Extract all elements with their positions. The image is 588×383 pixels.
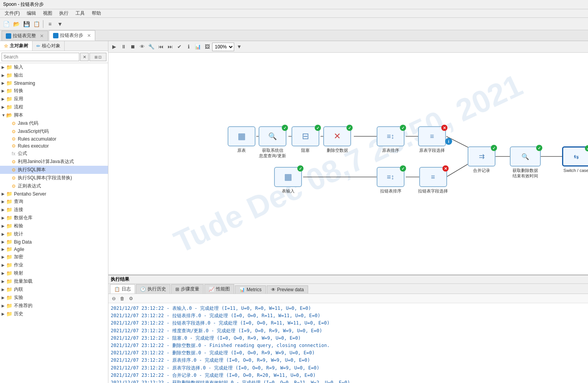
node-select-original-fields[interactable]: ✕ ≡ 原表字段选择	[418, 126, 446, 153]
tab-core-objects[interactable]: ✏ 核心对象	[33, 41, 65, 51]
menu-run[interactable]: 执行	[56, 9, 72, 17]
tree-item-check[interactable]: ▶ 📁 检验	[0, 222, 108, 230]
tree-label: 检验	[14, 223, 23, 229]
tree-item-formula[interactable]: fx 公式	[0, 149, 108, 158]
tree-label: 转换	[14, 88, 23, 94]
tab-step-chain[interactable]: 拉链表分步 ✕	[49, 30, 95, 41]
tree-item-regex[interactable]: ⚙ 正则表达式	[0, 182, 108, 190]
search-options-button[interactable]: ⊞ ⊡	[89, 53, 106, 61]
tree-item-transform[interactable]: ▶ 📁 转换	[0, 87, 108, 95]
tab-full-chain[interactable]: 拉链表完整 ✕	[2, 31, 48, 41]
analyze-button[interactable]: 📊	[194, 43, 202, 51]
tree-item-experiment[interactable]: ▶ 📁 实验	[0, 294, 108, 302]
left-panel: ☆ 主对象树 ✏ 核心对象 ✕ ⊞ ⊡ ▶ 📁 输入 ▶ 📁 输出	[0, 41, 108, 383]
node-select-chain-fields[interactable]: ✕ ≡ 拉链表字段选择	[418, 167, 448, 194]
node-fetch-system-info[interactable]: ✓ 🔍 获取系统信息度查询/更新	[259, 126, 286, 159]
tab-perf-chart[interactable]: 📈 性能图	[204, 284, 234, 294]
tab-step-metrics[interactable]: ⊞ 步骤度量	[171, 284, 204, 294]
tree-item-stats[interactable]: ▶ 📁 统计	[0, 230, 108, 238]
open-button[interactable]: 📂	[12, 19, 21, 29]
node-block[interactable]: ✓ ⊟ 阻塞	[291, 126, 319, 153]
tree-item-query[interactable]: ▶ 📁 查询	[0, 198, 108, 206]
tree-item-dw[interactable]: ▶ 📁 数据仓库	[0, 214, 108, 222]
tree-item-script[interactable]: ▼ 📂 脚本	[0, 111, 108, 119]
dropdown-button[interactable]: ▼	[55, 19, 65, 29]
replay-button[interactable]: ⏮	[156, 43, 165, 51]
layers-button[interactable]: ≡	[45, 19, 55, 29]
tree-item-java-code[interactable]: ⚙ Java 代码	[0, 119, 108, 127]
save-button[interactable]: 💾	[22, 19, 31, 29]
debug-button[interactable]: 🔧	[147, 43, 156, 51]
search-input[interactable]	[2, 53, 79, 61]
tree-label: 正则表达式	[18, 183, 41, 189]
node-merge-records[interactable]: ✓ ⇉ 合并记录	[468, 146, 495, 173]
tab-main-objects[interactable]: ☆ 主对象树	[0, 41, 33, 51]
step-button[interactable]: ⏭	[166, 43, 174, 51]
tree-item-exec-sql[interactable]: ⚙ 执行SQL脚本	[0, 166, 108, 174]
tree-item-app[interactable]: ▶ 📁 应用	[0, 95, 108, 103]
check-button[interactable]: ✔	[175, 43, 183, 51]
tab-preview[interactable]: 👁 Preview data	[267, 285, 308, 294]
tree-item-connect[interactable]: ▶ 📁 连接	[0, 206, 108, 214]
node-switch-case[interactable]: ✓ ⇆ Switch / case	[562, 146, 588, 173]
menu-view[interactable]: 视图	[40, 9, 55, 17]
chart-icon: 📈	[209, 287, 214, 292]
tree-item-flow[interactable]: ▶ 📁 流程	[0, 103, 108, 111]
tree-item-mapping[interactable]: ▶ 📁 映射	[0, 269, 108, 277]
tree-item-deprecated[interactable]: ▶ 📁 不推荐的	[0, 302, 108, 310]
tree-item-js-code[interactable]: ⚙ JavaScript代码	[0, 127, 108, 136]
menu-help[interactable]: 帮助	[89, 9, 104, 17]
zoom-dropdown-button[interactable]: ▼	[235, 43, 243, 51]
clear-log-button[interactable]: 🗑	[118, 295, 126, 302]
node-sort-chain[interactable]: ✓ ≡↕ 拉链表排序	[377, 167, 405, 194]
tree-item-batch[interactable]: ▶ 📁 批量加载	[0, 277, 108, 285]
tree-item-rules-exec[interactable]: ⚙ Rules executor	[0, 143, 108, 149]
node-table-input[interactable]: ✓ ▦ 表输入	[274, 167, 302, 194]
zoom-select[interactable]: 100% 75% 50% 150%	[212, 43, 234, 51]
tab-metrics[interactable]: 📊 Metrics	[235, 285, 266, 294]
tree-item-job[interactable]: ▶ 📁 作业	[0, 261, 108, 269]
badge-green: ✓	[400, 165, 406, 172]
pause-log-button[interactable]: ⊖	[110, 295, 118, 302]
tree-item-streaming[interactable]: ▶ 📁 Streaming	[0, 79, 108, 87]
canvas[interactable]: Tude Dec 08,7 23:50, 2021	[108, 53, 588, 275]
node-box: ✓ ⊟	[291, 126, 319, 146]
canvas-toolbar: ▶ ⏸ ⏹ 👁 🔧 ⏮ ⏭ ✔ ℹ 📊 🖼 100% 75% 50% 150% …	[108, 41, 588, 53]
menu-tools[interactable]: 工具	[72, 9, 88, 17]
stop-button[interactable]: ⏹	[129, 43, 137, 51]
tab-full-chain-close[interactable]: ✕	[40, 33, 44, 39]
tree-item-rules-acc[interactable]: ⚙ Rules accumulator	[0, 136, 108, 143]
node-box: ✕ ≡	[418, 126, 446, 146]
node-delete-empty[interactable]: ✓ ✕ 删除空数据	[323, 126, 351, 153]
tab-core-objects-label: 核心对象	[42, 43, 60, 49]
tree-item-bigdata[interactable]: ▶ 📁 Big Data	[0, 238, 108, 246]
settings-log-button[interactable]: ⚙	[127, 295, 135, 302]
save-img-button[interactable]: 🖼	[203, 43, 211, 51]
tree-item-pentaho[interactable]: ▶ 📁 Pentaho Server	[0, 190, 108, 198]
tree-label: Pentaho Server	[14, 191, 46, 197]
pause-button[interactable]: ⏸	[119, 43, 128, 51]
node-original-table[interactable]: ▦ 原表	[228, 126, 255, 153]
tree-item-encrypt[interactable]: ▶ 📁 加密	[0, 253, 108, 261]
node-sort-original[interactable]: ✓ ≡↕ 原表排序	[377, 126, 405, 153]
tree-item-history[interactable]: ▶ 📁 历史	[0, 310, 108, 318]
saveas-button[interactable]: 📋	[32, 19, 41, 29]
menu-file[interactable]: 文件(F)	[2, 9, 23, 17]
tree-item-agile[interactable]: ▶ 📁 Agile	[0, 246, 108, 253]
tab-step-chain-close[interactable]: ✕	[87, 33, 91, 38]
tab-log[interactable]: 📋 日志	[110, 284, 135, 294]
file-icon: ⚙	[11, 129, 16, 134]
info-button[interactable]: ℹ	[184, 43, 193, 51]
run-button[interactable]: ▶	[110, 43, 118, 51]
menu-edit[interactable]: 编辑	[24, 9, 39, 17]
new-button[interactable]: 📄	[2, 19, 11, 29]
tree-item-input[interactable]: ▶ 📁 输入	[0, 63, 108, 71]
tree-item-output[interactable]: ▶ 📁 输出	[0, 71, 108, 79]
preview-button[interactable]: 👁	[138, 43, 146, 51]
tree-item-inline[interactable]: ▶ 📁 内联	[0, 285, 108, 294]
tree-item-exec-sql-field[interactable]: ⚙ 执行SQL脚本(字段流替换)	[0, 174, 108, 182]
node-fetch-delete-end-time[interactable]: ✓ 🔍 获取删除数据结束有效时间	[510, 146, 541, 179]
tree-item-janino[interactable]: ⚙ 利用Janino计算Java表达式	[0, 158, 108, 166]
tab-exec-history[interactable]: 🕐 执行历史	[136, 284, 170, 294]
clear-search-button[interactable]: ✕	[80, 53, 89, 61]
